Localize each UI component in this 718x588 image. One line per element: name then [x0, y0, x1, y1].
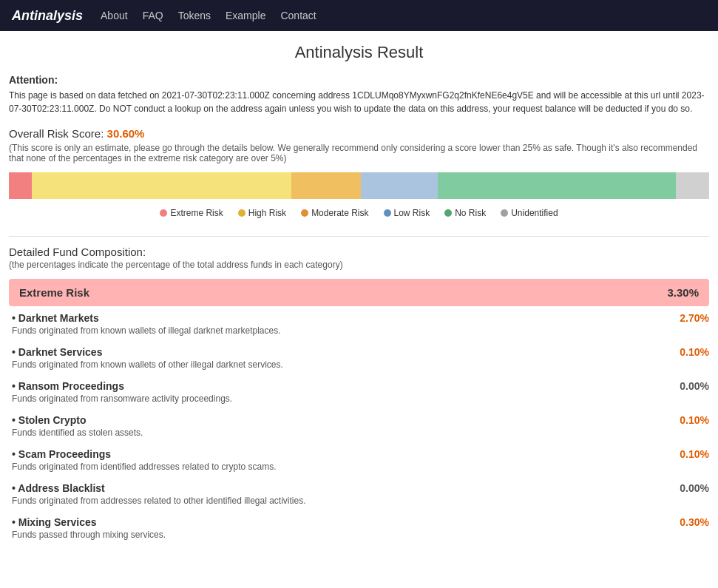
risk-score-value: 30.60% [107, 127, 145, 140]
legend-label: Unidentified [511, 208, 558, 218]
legend-label: No Risk [455, 208, 486, 218]
fund-item-pct: 0.00% [680, 482, 709, 494]
legend-dot [160, 209, 167, 217]
fund-item: • Darknet Markets2.70%Funds originated f… [9, 312, 709, 336]
fund-item-desc: Funds identified as stolen assets. [12, 428, 709, 438]
fund-item-desc: Funds originated from known wallets of o… [12, 359, 709, 370]
risk-legend: Extreme RiskHigh RiskModerate RiskLow Ri… [9, 208, 709, 218]
risk-bar-segment-high-risk [32, 172, 291, 199]
legend-dot [501, 209, 508, 217]
legend-label: High Risk [248, 208, 286, 218]
fund-item-pct: 0.10% [680, 414, 709, 426]
legend-item-moderate-risk: Moderate Risk [301, 208, 368, 218]
fund-item-pct: 2.70% [680, 312, 709, 324]
risk-bar-segment-unidentified [676, 172, 709, 199]
fund-item-name: • Scam Proceedings [12, 448, 111, 460]
fund-item-pct: 0.00% [680, 380, 709, 392]
risk-bar-segment-no-risk [438, 172, 676, 199]
legend-dot [301, 209, 308, 217]
legend-item-low-risk: Low Risk [384, 208, 430, 218]
risk-bar [9, 172, 709, 199]
fund-item-name: • Darknet Markets [12, 312, 99, 324]
risk-score-line: Overall Risk Score: 30.60% [9, 127, 709, 140]
fund-item-desc: Funds originated from ransomware activit… [12, 393, 709, 404]
fund-item-name: • Address Blacklist [12, 482, 105, 494]
legend-label: Low Risk [394, 208, 430, 218]
category-extreme-risk: Extreme Risk3.30%• Darknet Markets2.70%F… [9, 279, 709, 540]
legend-label: Extreme Risk [170, 208, 223, 218]
nav-contact[interactable]: Contact [280, 10, 316, 21]
fund-item: • Ransom Proceedings0.00%Funds originate… [9, 380, 709, 404]
category-header: Extreme Risk3.30% [9, 279, 709, 306]
fund-item-name: • Ransom Proceedings [12, 380, 124, 392]
fund-item: • Scam Proceedings0.10%Funds originated … [9, 448, 709, 472]
category-name: Extreme Risk [19, 286, 89, 299]
categories-container: Extreme Risk3.30%• Darknet Markets2.70%F… [9, 279, 709, 540]
category-pct: 3.30% [667, 286, 699, 299]
nav-tokens[interactable]: Tokens [178, 10, 211, 21]
fund-item: • Address Blacklist0.00%Funds originated… [9, 482, 709, 506]
fund-item-desc: Funds originated from known wallets of i… [12, 325, 709, 336]
fund-item-pct: 0.10% [680, 448, 709, 460]
page-title: Antinalysis Result [9, 43, 709, 62]
risk-bar-segment-low-risk [361, 172, 438, 199]
legend-item-extreme-risk: Extreme Risk [160, 208, 223, 218]
legend-dot [384, 209, 391, 217]
attention-label: Attention: [9, 74, 709, 86]
risk-score-note: (This score is only an estimate, please … [9, 143, 709, 163]
fund-item: • Darknet Services0.10%Funds originated … [9, 346, 709, 370]
section-divider [9, 236, 709, 237]
fund-item-name: • Stolen Crypto [12, 414, 87, 426]
main-content: Antinalysis Result Attention: This page … [0, 31, 718, 562]
detailed-subtitle: (the percentages indicate the percentage… [9, 260, 709, 270]
legend-item-unidentified: Unidentified [501, 208, 558, 218]
legend-dot [238, 209, 245, 217]
legend-item-no-risk: No Risk [444, 208, 486, 218]
fund-item: • Stolen Crypto0.10%Funds identified as … [9, 414, 709, 438]
detailed-title: Detailed Fund Composition: [9, 246, 709, 258]
fund-item-desc: Funds passed through mixing services. [12, 530, 709, 540]
fund-item-pct: 0.10% [680, 346, 709, 358]
fund-item-name: • Mixing Services [12, 516, 97, 528]
nav-example[interactable]: Example [226, 10, 265, 21]
attention-text: This page is based on data fetched on 20… [9, 89, 709, 115]
fund-item-pct: 0.30% [680, 516, 709, 528]
fund-item-desc: Funds originated from addresses related … [12, 496, 709, 506]
risk-bar-segment-moderate-risk [291, 172, 362, 199]
navbar: Antinalysis About FAQ Tokens Example Con… [0, 0, 718, 31]
nav-faq[interactable]: FAQ [143, 10, 163, 21]
fund-item: • Mixing Services0.30%Funds passed throu… [9, 516, 709, 540]
risk-bar-segment-extreme-risk [9, 172, 32, 199]
brand-logo[interactable]: Antinalysis [12, 8, 83, 24]
legend-dot [444, 209, 452, 217]
legend-label: Moderate Risk [311, 208, 368, 218]
fund-item-name: • Darknet Services [12, 346, 102, 358]
risk-score-label: Overall Risk Score: [9, 127, 104, 140]
nav-about[interactable]: About [101, 10, 128, 21]
fund-item-desc: Funds originated from identified address… [12, 462, 709, 472]
legend-item-high-risk: High Risk [238, 208, 286, 218]
